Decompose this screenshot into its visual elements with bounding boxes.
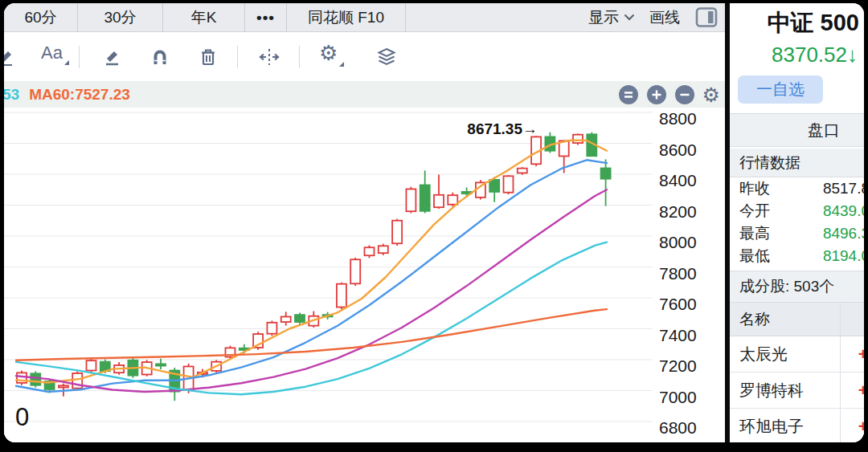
constituents-row: 成分股: 503个 (730, 271, 864, 303)
display-menu-label: 显示 (588, 7, 619, 28)
tab-order-book[interactable]: 盘口 (730, 113, 864, 147)
market-data-header: 行情数据 (730, 149, 864, 177)
dropdown-triangle-icon (339, 62, 344, 67)
quote-row-open: 今开 8439.0 (730, 200, 864, 222)
quote-panel: 中证 500 8370.52↓ 一自选 盘口 行情数据 昨收 8517.8 今开… (725, 3, 864, 442)
tab-60min[interactable]: 60分 (4, 3, 78, 32)
draw-line-button[interactable]: 画线 (649, 7, 680, 28)
price-axis: 8800860084008200800078007600740072007000… (653, 108, 722, 442)
quote-row-high: 最高 8496.3 (730, 222, 864, 245)
toolbar-separator (299, 46, 300, 68)
stock-row-taichenguang[interactable]: 太辰光 + (730, 336, 864, 373)
stock-change-partial: + (858, 417, 864, 436)
axis-tick-label: 7800 (659, 264, 697, 282)
stock-row-huanxu[interactable]: 环旭电子 + (730, 409, 864, 442)
chart-pane: 60分 30分 年K ••• 同花顺 F10 显示 画线 A (4, 3, 725, 442)
toolbar-separator (79, 46, 80, 68)
gear-settings-icon[interactable]: ⚙ (319, 41, 342, 66)
zoom-out-button[interactable] (674, 84, 695, 105)
dropdown-triangle-icon (64, 60, 69, 65)
quote-label: 今开 (739, 201, 770, 222)
quote-value: 8496.3 (823, 225, 864, 242)
column-divider (840, 373, 841, 408)
axis-tick-label: 7000 (659, 388, 697, 405)
axis-tick-label: 7200 (659, 356, 697, 374)
drawing-toolbar: Aa ⚙ (4, 33, 725, 81)
ma-indicator-bar: 53 MA60:7527.23 ⚙ (4, 81, 725, 108)
magnet-snap-icon[interactable] (149, 46, 171, 68)
horizontal-split-icon[interactable] (257, 46, 281, 68)
ma60-label: MA60:7527.23 (29, 86, 130, 104)
quote-label: 最低 (739, 246, 770, 267)
toolbar-separator (237, 46, 238, 68)
axis-tick-label: 7600 (659, 295, 697, 312)
quote-label: 昨收 (739, 178, 770, 199)
tab-ths-f10[interactable]: 同花顺 F10 (287, 3, 406, 32)
period-tabbar: 60分 30分 年K ••• 同花顺 F10 显示 画线 (4, 3, 725, 32)
quote-value: 8194.0 (823, 247, 864, 265)
text-tool-button[interactable]: Aa (41, 43, 68, 63)
display-menu[interactable]: 显示 (588, 7, 635, 28)
stock-table-header: 名称 (730, 303, 864, 336)
chart-settings-gear-icon[interactable]: ⚙ (702, 84, 720, 105)
high-annotation: 8671.35→ (448, 120, 538, 138)
axis-tick-label: 8800 (659, 109, 697, 127)
tab-yearly-k[interactable]: 年K (163, 3, 245, 32)
app-window: 60分 30分 年K ••• 同花顺 F10 显示 画线 A (4, 3, 864, 442)
quote-value: 8517.8 (823, 180, 864, 197)
axis-tick-label: 8000 (659, 233, 697, 250)
column-divider (840, 303, 841, 336)
marker-pen-icon[interactable] (100, 46, 123, 68)
layers-icon[interactable] (375, 46, 398, 68)
index-price: 8370.52↓ (730, 39, 864, 67)
index-title: 中证 500 (730, 3, 864, 39)
equalize-zoom-button[interactable] (618, 84, 639, 105)
chevron-down-icon (624, 14, 635, 21)
column-divider (840, 336, 841, 372)
stock-change-partial: + (858, 344, 864, 364)
ma30-partial-label: 53 (4, 86, 19, 104)
trash-icon[interactable] (197, 46, 219, 68)
stock-name: 罗博特科 (739, 380, 804, 401)
stock-name: 太辰光 (739, 344, 788, 365)
quote-row-low: 最低 8194.0 (730, 245, 864, 267)
quote-value: 8439.0 (823, 202, 864, 220)
partial-label: 0 (15, 403, 29, 432)
axis-tick-label: 7400 (659, 326, 697, 344)
watchlist-button[interactable]: 一自选 (738, 75, 823, 104)
axis-tick-label: 8600 (659, 140, 697, 158)
panel-toggle-icon[interactable] (694, 6, 719, 28)
tab-more-ellipsis[interactable]: ••• (245, 3, 287, 32)
quote-row-prev-close: 昨收 8517.8 (730, 177, 864, 200)
kline-plot[interactable] (4, 108, 653, 442)
zoom-in-button[interactable] (646, 84, 667, 105)
stock-change-partial: + (858, 381, 864, 400)
name-column-header: 名称 (739, 309, 770, 330)
quote-label: 最高 (739, 223, 770, 244)
window-frame: 60分 30分 年K ••• 同花顺 F10 显示 画线 A (0, 0, 868, 452)
candlestick-chart[interactable]: 8800860084008200800078007600740072007000… (4, 108, 725, 442)
stock-row-luobuoteke[interactable]: 罗博特科 + (730, 373, 864, 409)
axis-tick-label: 8200 (659, 202, 697, 220)
stock-name: 环旭电子 (739, 416, 804, 438)
pen-partial-icon[interactable] (4, 46, 17, 68)
column-divider (840, 409, 841, 442)
tab-30min[interactable]: 30分 (78, 3, 163, 32)
axis-tick-label: 8400 (659, 171, 697, 189)
axis-tick-label: 6800 (659, 418, 697, 436)
